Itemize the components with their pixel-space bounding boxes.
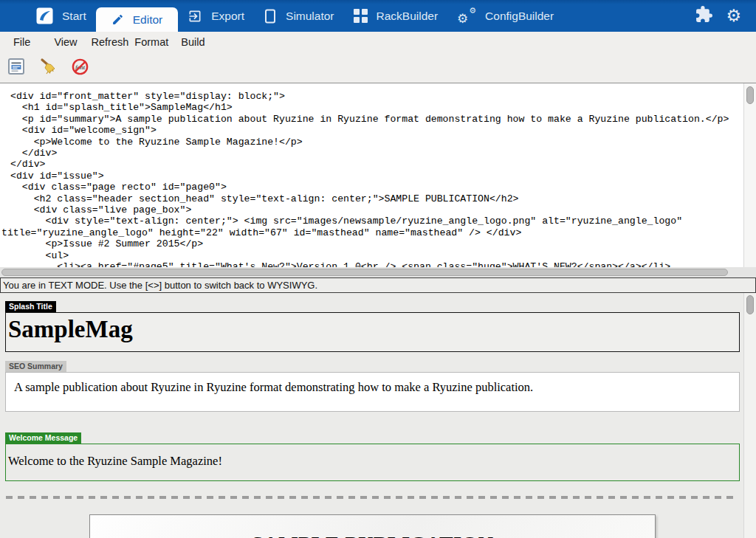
seo-summary-field[interactable]: A sample publication about Ryuzine in Ry… [5,372,740,412]
app-window: Start Editor Export Simulator RackBuilde… [0,0,756,538]
mode-status-message: You are in TEXT MODE. Use the [<>] butto… [3,280,317,291]
tab-label: Start [62,10,86,23]
welcome-message-label: Welcome Message [5,432,81,444]
menu-item-view[interactable]: View [54,36,77,48]
menu-bar: File View Refresh Format Build [0,32,756,52]
welcome-message-text: Welcome to the Ryuzine Sample Magazine! [8,454,222,468]
editor-horizontal-scrollbar-thumb[interactable] [1,269,728,276]
splash-title-label: Splash Title [5,301,56,312]
pencil-icon [111,13,124,26]
editor-horizontal-scrollbar[interactable] [0,267,756,277]
tab-simulator[interactable]: Simulator [254,0,343,32]
tab-label: Export [211,10,244,23]
tab-label: Simulator [286,10,334,23]
export-icon [188,9,202,24]
puzzle-icon[interactable] [695,5,713,27]
tab-label: Editor [133,13,163,27]
page-heading: SAMPLE PUBLICATION [90,515,655,538]
splash-title-text: SampleMag [8,313,739,346]
mode-status-bar: You are in TEXT MODE. Use the [<>] butto… [0,277,756,293]
preview-vertical-scrollbar-thumb[interactable] [746,295,754,314]
cleanup-broom-button[interactable] [38,58,58,78]
tab-configbuilder[interactable]: ⚙⚙ ConfigBuilder [447,0,563,32]
code-content[interactable]: <div id="front_matter" style="display: b… [0,83,742,267]
front-matter-page-divider [6,496,737,499]
broom-icon [39,58,57,77]
wysiwyg-preview-pane: Splash Title SampleMag SEO Summary A sam… [0,293,756,538]
tab-start[interactable]: Start [27,0,96,32]
seo-summary-section: SEO Summary A sample publication about R… [5,359,740,412]
splash-title-field[interactable]: SampleMag [5,312,740,352]
tab-label: RackBuilder [377,10,439,23]
gear-icon[interactable]: ⚙ [726,7,741,24]
page-preview[interactable]: SAMPLE PUBLICATION [89,514,656,538]
cogs-icon: ⚙⚙ [457,7,476,25]
tab-export[interactable]: Export [178,0,254,32]
welcome-message-section: Welcome Message Welcome to the Ryuzine S… [5,430,740,481]
no-font-icon: font [71,58,89,78]
device-outline-icon [264,9,277,24]
editor-vertical-scrollbar-thumb[interactable] [746,86,754,104]
menu-item-build[interactable]: Build [181,36,205,48]
tab-label: ConfigBuilder [485,10,554,23]
menu-item-refresh[interactable]: Refresh [92,36,129,48]
editor-vertical-scrollbar[interactable] [743,83,756,267]
seo-summary-label: SEO Summary [5,361,66,372]
splash-title-section: Splash Title SampleMag [5,299,740,352]
tab-editor[interactable]: Editor [96,7,179,32]
grid-squares-icon [354,9,368,23]
remove-font-styles-button[interactable]: font [69,58,90,78]
source-code-editor[interactable]: <div id="front_matter" style="display: b… [0,83,756,267]
source-view-button[interactable] [6,58,27,78]
source-view-icon [8,58,24,77]
topbar-right-actions: ⚙ [695,0,756,32]
seo-summary-text: A sample publication about Ryuzine in Ry… [14,380,533,394]
preview-vertical-scrollbar[interactable] [743,293,756,538]
menu-item-format[interactable]: Format [134,36,168,48]
top-tab-bar: Start Editor Export Simulator RackBuilde… [0,0,756,32]
welcome-message-field[interactable]: Welcome to the Ryuzine Sample Magazine! [5,444,740,481]
ryuzine-logo-icon [36,7,53,24]
editor-toolbar: font [0,52,756,83]
tab-rackbuilder[interactable]: RackBuilder [344,0,448,32]
menu-item-file[interactable]: File [13,36,30,48]
